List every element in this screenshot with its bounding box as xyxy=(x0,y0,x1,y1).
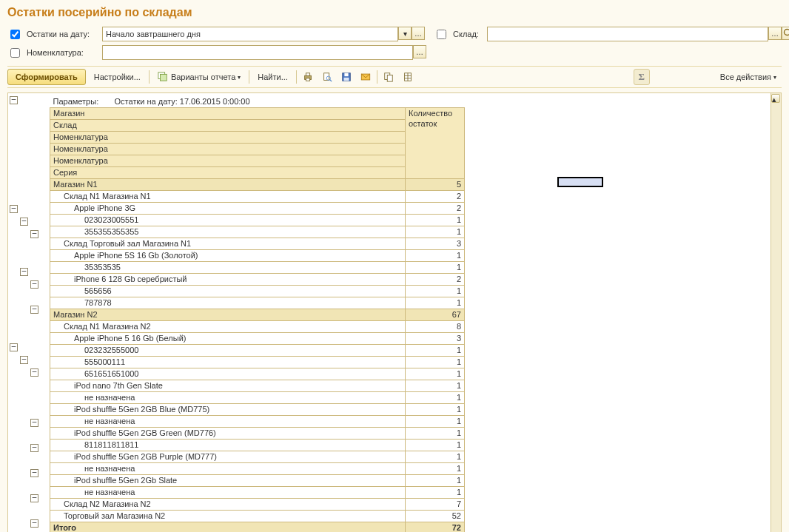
row-qty: 1 xyxy=(406,451,465,463)
header-qty: Количествоостаток xyxy=(406,108,465,179)
table-row[interactable]: 0232325550001 xyxy=(50,345,465,357)
copy-icon[interactable] xyxy=(380,69,397,85)
tree-node[interactable]: − xyxy=(30,368,38,377)
row-name: 651651651000 xyxy=(50,368,406,380)
table-row[interactable]: Склад N1 Магазина N12 xyxy=(50,191,465,203)
find-button[interactable]: Найти... xyxy=(252,69,293,85)
warehouse-filter-checkbox[interactable] xyxy=(437,30,446,39)
table-row[interactable]: Склад Торговый зал Магазина N13 xyxy=(50,238,465,250)
sheet-icon[interactable] xyxy=(400,69,416,85)
tree-node[interactable]: − xyxy=(10,205,18,213)
table-row[interactable]: 6516516510001 xyxy=(50,368,465,380)
table-row[interactable]: 3553553553551 xyxy=(50,226,465,238)
tree-node[interactable]: − xyxy=(20,268,28,276)
row-name: не назначена xyxy=(50,487,406,499)
row-name: iPod shuffle 5Gen 2GB Blue (MD775) xyxy=(50,404,406,416)
warehouse-search-button[interactable] xyxy=(782,27,789,40)
tree-node[interactable]: − xyxy=(30,280,38,289)
nomenclature-filter-value[interactable] xyxy=(102,45,413,60)
svg-rect-12 xyxy=(343,78,349,81)
tree-node[interactable]: − xyxy=(30,419,38,427)
tree-node[interactable]: − xyxy=(30,306,38,314)
svg-rect-15 xyxy=(387,75,392,81)
tree-node[interactable]: − xyxy=(30,494,38,502)
table-row[interactable]: 353535351 xyxy=(50,262,465,274)
table-row[interactable]: Склад N2 Магазина N27 xyxy=(50,499,465,511)
print-icon[interactable] xyxy=(300,69,316,85)
table-row[interactable]: Apple iPhone 5 16 Gb (Белый)3 xyxy=(50,333,465,345)
row-name: Магазин N1 xyxy=(50,179,406,191)
table-row[interactable]: iPod shuffle 5Gen 2GB Blue (MD775)1 xyxy=(50,404,465,416)
date-dropdown-button[interactable]: ▾ xyxy=(398,27,412,40)
row-name: не назначена xyxy=(50,416,406,428)
table-row[interactable]: Магазин N15 xyxy=(50,179,465,191)
form-button[interactable]: Сформировать xyxy=(7,69,86,85)
row-name: не назначена xyxy=(50,392,406,404)
table-row[interactable]: iPod shuffle 5Gen 2GB Green (MD776)1 xyxy=(50,428,465,440)
row-name: Склад Торговый зал Магазина N1 xyxy=(50,238,406,250)
table-row[interactable]: iPod shuffle 5Gen 2Gb Slate1 xyxy=(50,475,465,487)
save-icon[interactable] xyxy=(338,69,355,85)
total-label: Итого xyxy=(50,522,406,533)
row-qty: 8 xyxy=(406,321,465,333)
tree-node[interactable]: − xyxy=(20,218,28,226)
total-value: 72 xyxy=(406,522,465,533)
table-row[interactable]: не назначена1 xyxy=(50,416,465,428)
row-qty: 1 xyxy=(406,392,465,404)
tree-node[interactable]: − xyxy=(20,356,28,364)
nomenclature-filter-checkbox[interactable] xyxy=(10,48,20,58)
table-row[interactable]: 5550001111 xyxy=(50,357,465,368)
row-name: iPod shuffle 5Gen 2GB Green (MD776) xyxy=(50,428,406,440)
tree-gutter: − −−−−−−−−−−−−−−++ xyxy=(8,93,50,532)
warehouse-select-button[interactable]: … xyxy=(768,27,782,40)
tree-node[interactable]: − xyxy=(30,469,38,477)
row-name: не назначена xyxy=(50,463,406,475)
report-variants-button[interactable]: Варианты отчета ▾ xyxy=(152,69,246,85)
selection-cursor[interactable] xyxy=(557,177,603,187)
table-row[interactable]: 7878781 xyxy=(50,297,465,309)
nomenclature-select-button[interactable]: … xyxy=(413,45,426,58)
row-name: Apple iPhone 3G xyxy=(50,203,406,215)
row-name: iPod nano 7th Gen Slate xyxy=(50,380,406,392)
table-row[interactable]: iPhone 6 128 Gb серебристый2 xyxy=(50,274,465,286)
tree-node[interactable]: − xyxy=(30,230,38,238)
table-row[interactable]: не назначена1 xyxy=(50,392,465,404)
table-row[interactable]: не назначена1 xyxy=(50,463,465,475)
date-filter-checkbox[interactable] xyxy=(10,30,20,39)
date-select-button[interactable]: … xyxy=(412,27,425,40)
table-row[interactable]: 8118118118111 xyxy=(50,440,465,451)
table-row[interactable]: не назначена1 xyxy=(50,487,465,499)
tree-node[interactable]: − xyxy=(30,444,38,452)
row-qty: 1 xyxy=(406,215,465,226)
table-row[interactable]: Apple iPhone 5S 16 Gb (Золотой)1 xyxy=(50,250,465,262)
all-actions-button[interactable]: Все действия ▾ xyxy=(715,69,782,85)
row-qty: 1 xyxy=(406,297,465,309)
scrollbar-v-up[interactable]: ▴ xyxy=(771,94,780,103)
date-filter-value[interactable]: Начало завтрашнего дня xyxy=(102,27,398,41)
sum-icon[interactable]: Σ xyxy=(634,69,650,85)
scrollbar-vertical[interactable]: ▴ ▾ xyxy=(770,93,781,532)
settings-button[interactable]: Настройки... xyxy=(89,69,146,85)
tree-node[interactable]: − xyxy=(10,343,18,351)
row-qty: 1 xyxy=(406,380,465,392)
report-table: Параметры: Остатки на дату: 17.06.2015 0… xyxy=(50,96,465,532)
table-row[interactable]: 5656561 xyxy=(50,286,465,297)
table-row[interactable]: iPod shuffle 5Gen 2GB Purple (MD777)1 xyxy=(50,451,465,463)
tree-node-root[interactable]: − xyxy=(10,96,18,104)
table-row[interactable]: Склад N1 Магазина N28 xyxy=(50,321,465,333)
row-name: 023023005551 xyxy=(50,215,406,226)
table-row[interactable]: iPod nano 7th Gen Slate1 xyxy=(50,380,465,392)
mail-icon[interactable] xyxy=(357,69,374,85)
warehouse-filter-value[interactable] xyxy=(487,27,768,41)
table-row[interactable]: Apple iPhone 3G2 xyxy=(50,203,465,215)
preview-icon[interactable] xyxy=(319,69,335,85)
table-row[interactable]: Магазин N267 xyxy=(50,309,465,321)
table-row[interactable]: Торговый зал Магазина N252 xyxy=(50,511,465,522)
table-row[interactable]: 0230230055511 xyxy=(50,215,465,226)
row-name: Apple iPhone 5S 16 Gb (Золотой) xyxy=(50,250,406,262)
row-name: Торговый зал Магазина N2 xyxy=(50,511,406,522)
row-name: 787878 xyxy=(50,297,406,309)
tree-node[interactable]: − xyxy=(30,519,38,528)
row-name: iPod shuffle 5Gen 2Gb Slate xyxy=(50,475,406,487)
row-qty: 1 xyxy=(406,416,465,428)
